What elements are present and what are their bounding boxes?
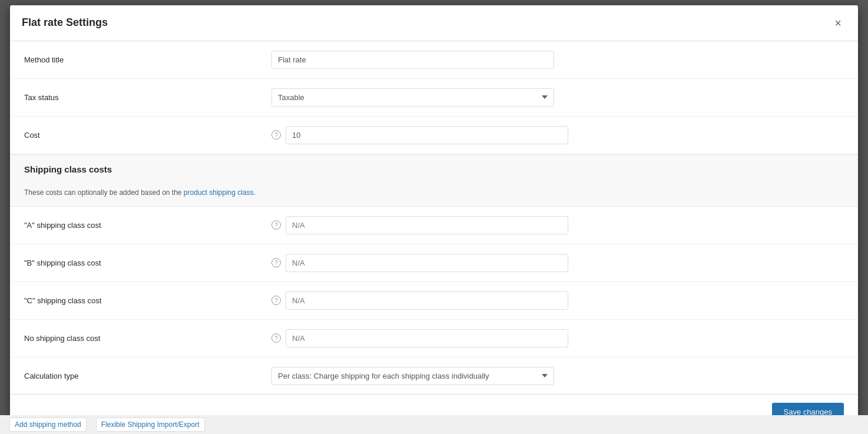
modal-body: Method title Tax status Taxable None bbox=[10, 41, 858, 394]
shipping-class-title: Shipping class costs bbox=[24, 164, 844, 174]
cost-field: ? bbox=[271, 126, 844, 144]
a-shipping-class-row: "A" shipping class cost ? bbox=[10, 207, 858, 244]
method-title-input[interactable] bbox=[271, 51, 554, 69]
tax-status-row: Tax status Taxable None bbox=[10, 79, 858, 117]
shipping-class-header: Shipping class costs bbox=[10, 155, 858, 184]
tax-status-select[interactable]: Taxable None bbox=[271, 88, 554, 107]
no-class-field: ? bbox=[271, 329, 844, 347]
c-shipping-class-field: ? bbox=[271, 291, 844, 310]
tax-status-label: Tax status bbox=[24, 93, 271, 102]
cost-help-icon[interactable]: ? bbox=[271, 130, 281, 140]
cost-row: Cost ? bbox=[10, 117, 858, 154]
a-help-icon[interactable]: ? bbox=[271, 220, 281, 230]
close-button[interactable]: × bbox=[830, 15, 846, 31]
method-title-row: Method title bbox=[10, 41, 858, 79]
bottom-bar: Add shipping method Flexible Shipping Im… bbox=[0, 415, 868, 434]
no-class-label: No shipping class cost bbox=[24, 334, 271, 343]
cost-label: Cost bbox=[24, 131, 271, 140]
c-shipping-class-input[interactable] bbox=[286, 291, 568, 310]
c-shipping-class-row: "C" shipping class cost ? bbox=[10, 282, 858, 320]
calc-type-label: Calculation type bbox=[24, 372, 271, 380]
b-shipping-class-input[interactable] bbox=[286, 254, 568, 272]
modal-overlay: Flat rate Settings × Method title Tax st… bbox=[0, 0, 868, 434]
flexible-shipping-link[interactable]: Flexible Shipping Import/Export bbox=[96, 418, 205, 432]
b-help-icon[interactable]: ? bbox=[271, 258, 281, 267]
b-shipping-class-label: "B" shipping class cost bbox=[24, 259, 271, 267]
tax-status-field: Taxable None bbox=[271, 88, 844, 107]
top-form-section: Method title Tax status Taxable None bbox=[10, 41, 858, 154]
calc-type-select[interactable]: Per class: Charge shipping for each ship… bbox=[271, 367, 554, 385]
shipping-class-desc: These costs can optionally be added base… bbox=[10, 184, 858, 206]
a-shipping-class-input[interactable] bbox=[286, 216, 568, 234]
b-shipping-class-row: "B" shipping class cost ? bbox=[10, 244, 858, 282]
method-title-label: Method title bbox=[24, 55, 271, 64]
shipping-class-rows: "A" shipping class cost ? "B" shipping c… bbox=[10, 207, 858, 394]
shipping-class-section: Shipping class costs These costs can opt… bbox=[10, 154, 858, 207]
calc-type-field: Per class: Charge shipping for each ship… bbox=[271, 367, 844, 385]
flat-rate-settings-modal: Flat rate Settings × Method title Tax st… bbox=[10, 5, 858, 429]
a-shipping-class-field: ? bbox=[271, 216, 844, 234]
modal-header: Flat rate Settings × bbox=[10, 5, 858, 41]
c-help-icon[interactable]: ? bbox=[271, 296, 281, 305]
c-shipping-class-label: "C" shipping class cost bbox=[24, 296, 271, 305]
calc-type-row: Calculation type Per class: Charge shipp… bbox=[10, 357, 858, 394]
no-class-row: No shipping class cost ? bbox=[10, 320, 858, 357]
method-title-field bbox=[271, 51, 844, 69]
a-shipping-class-label: "A" shipping class cost bbox=[24, 221, 271, 230]
add-shipping-method-link[interactable]: Add shipping method bbox=[9, 418, 87, 432]
shipping-class-desc-suffix: . bbox=[254, 188, 256, 197]
shipping-class-desc-text: These costs can optionally be added base… bbox=[24, 188, 184, 197]
cost-input[interactable] bbox=[286, 126, 568, 144]
no-class-input[interactable] bbox=[286, 329, 568, 347]
product-shipping-class-link[interactable]: product shipping class bbox=[184, 188, 254, 197]
no-class-help-icon[interactable]: ? bbox=[271, 333, 281, 343]
b-shipping-class-field: ? bbox=[271, 254, 844, 272]
modal-title: Flat rate Settings bbox=[22, 16, 108, 29]
